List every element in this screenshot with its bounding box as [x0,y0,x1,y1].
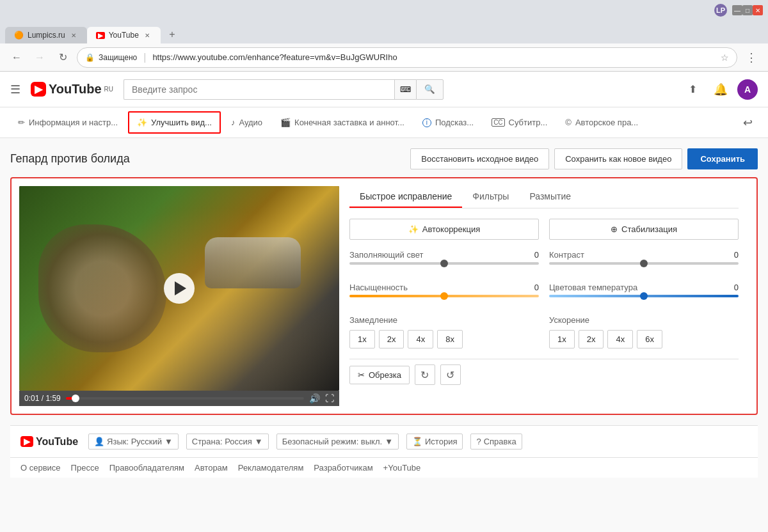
stabilize-button[interactable]: ⊕ Стабилизация [549,219,739,240]
toolbar-item-copyright[interactable]: © Авторское пра... [557,113,646,132]
keyboard-button[interactable]: ⌨ [394,79,416,100]
toolbar-label-cards: Подсказ... [435,118,474,127]
toolbar-item-cards[interactable]: i Подсказ... [415,113,481,132]
safe-mode-selector[interactable]: Безопасный режим: выкл. ▼ [276,434,399,450]
volume-icon[interactable]: 🔊 [309,393,320,403]
contrast-thumb [640,260,648,267]
toolbar-item-subtitles[interactable]: CC Субтитр... [484,113,555,132]
help-link[interactable]: ? Справка [470,434,522,450]
tab-lumpics[interactable]: 🟠 Lumpics.ru ✕ [5,27,87,43]
toolbar-back-button[interactable]: ↩ [738,111,758,135]
fill-light-label: Заполняющий свет [349,250,423,260]
user-avatar[interactable]: A [737,79,758,100]
toolbar-item-endscreen[interactable]: 🎬 Конечная заставка и аннот... [273,113,412,132]
footer-link-authors[interactable]: Авторам [195,463,228,473]
maximize-button[interactable]: □ [742,5,753,15]
speed-2x[interactable]: 2x [579,330,604,348]
upload-icon[interactable]: ⬆ [681,78,704,101]
search-button[interactable]: 🔍 [416,79,444,100]
video-time: 0:01 / 1:59 [24,394,61,403]
toolbar-label-enhance: Улучшить вид... [151,118,212,127]
saturation-track[interactable] [349,295,539,297]
restore-button[interactable]: Восстановить исходное видео [410,148,549,169]
safe-mode-arrow: ▼ [385,437,393,446]
history-link[interactable]: ⏳ История [406,434,463,450]
tab-title-lumpics: Lumpics.ru [28,31,65,40]
slow-4x[interactable]: 4x [408,330,433,348]
refresh-button[interactable]: ↻ [54,49,72,66]
saturation-thumb [440,292,448,300]
page-title: Гепард против болида [10,152,403,166]
tab-quick-fix[interactable]: Быстрое исправление [349,186,462,208]
crop-button[interactable]: ✂ Обрезка [349,366,410,384]
yt-logo-ru: RU [104,86,113,93]
youtube-logo[interactable]: ▶ YouTube RU [31,82,113,97]
country-arrow: ▼ [255,437,263,446]
speedup-label: Ускорение [549,315,739,325]
tab-close-lumpics[interactable]: ✕ [69,31,78,40]
editor-container: 0:01 / 1:59 🔊 ⛶ Быстрое исправление [10,177,758,415]
close-button[interactable]: ✕ [753,5,763,15]
contrast-control: Контраст 0 [549,250,739,272]
tab-close-youtube[interactable]: ✕ [143,31,152,40]
toolbar-label-audio: Аудио [239,118,262,127]
tab-blur[interactable]: Размытие [519,186,581,208]
fill-light-label-row: Заполняющий свет 0 [349,250,539,260]
info-icon: i [422,118,431,127]
footer-logo[interactable]: ▶ YouTube [20,436,78,448]
lock-icon: 🔒 [85,53,95,62]
footer-link-advertisers[interactable]: Рекламодателям [238,463,304,473]
bookmark-icon[interactable]: ☆ [721,52,729,63]
minimize-button[interactable]: — [732,5,742,15]
music-icon: ♪ [231,118,236,127]
language-selector[interactable]: 👤 Язык: Русский ▼ [88,434,179,450]
fill-light-track[interactable] [349,262,539,265]
new-tab-button[interactable]: + [163,26,181,43]
footer-link-developers[interactable]: Разработчикам [314,463,372,473]
stabilize-label: Стабилизация [621,224,677,234]
history-label: История [425,437,457,446]
url-input[interactable]: 🔒 Защищено | https://www.youtube.com/enh… [77,47,737,68]
speed-controls-row: Замедление 1x 2x 4x 8x Ускорение 1x 2x [349,315,739,348]
toolbar-label-subtitles: Субтитр... [509,118,548,127]
country-selector[interactable]: Страна: Россия ▼ [186,434,269,450]
tab-youtube[interactable]: ▶ YouTube ✕ [87,27,161,43]
forward-button[interactable]: → [31,49,49,66]
search-input[interactable] [124,79,394,100]
speed-1x[interactable]: 1x [549,330,575,348]
speed-6x[interactable]: 6x [637,330,662,348]
footer-link-copyright[interactable]: Правообладателям [109,463,184,473]
video-player[interactable] [19,186,339,391]
menu-button[interactable]: ⋮ [742,49,760,66]
footer-link-plus-youtube[interactable]: +YouTube [383,463,421,473]
wand-icon: ✨ [137,118,147,127]
toolbar-item-info[interactable]: ✏ Информация и настр... [10,113,125,132]
header-icons: ⬆ 🔔 A [681,78,758,101]
speed-4x[interactable]: 4x [607,330,633,348]
fullscreen-icon[interactable]: ⛶ [325,393,334,403]
slow-8x[interactable]: 8x [437,330,463,348]
help-icon: ? [476,437,481,446]
secure-label: Защищено [99,53,137,62]
back-button[interactable]: ← [8,49,26,66]
safe-mode-label: Безопасный режим: выкл. [282,437,382,446]
tab-filters[interactable]: Фильтры [462,186,519,208]
slow-1x[interactable]: 1x [349,330,375,348]
rotate-right-button[interactable]: ↻ [415,364,435,385]
save-new-button[interactable]: Сохранить как новое видео [554,148,682,169]
color-temp-track[interactable] [549,295,739,297]
color-temp-label: Цветовая температура [549,283,637,292]
footer-link-about[interactable]: О сервисе [20,463,61,473]
footer-link-press[interactable]: Прессе [71,463,99,473]
autocorrect-button[interactable]: ✨ Автокоррекция [349,219,539,240]
hamburger-icon[interactable]: ☰ [10,82,20,97]
play-button[interactable] [164,273,195,304]
progress-bar[interactable] [66,397,304,400]
slow-2x[interactable]: 2x [379,330,404,348]
rotate-left-button[interactable]: ↺ [440,364,461,385]
toolbar-item-enhance[interactable]: ✨ Улучшить вид... [128,111,221,134]
toolbar-item-audio[interactable]: ♪ Аудио [223,113,270,132]
save-button[interactable]: Сохранить [687,148,758,169]
contrast-track[interactable] [549,262,739,265]
notification-icon[interactable]: 🔔 [709,78,732,101]
